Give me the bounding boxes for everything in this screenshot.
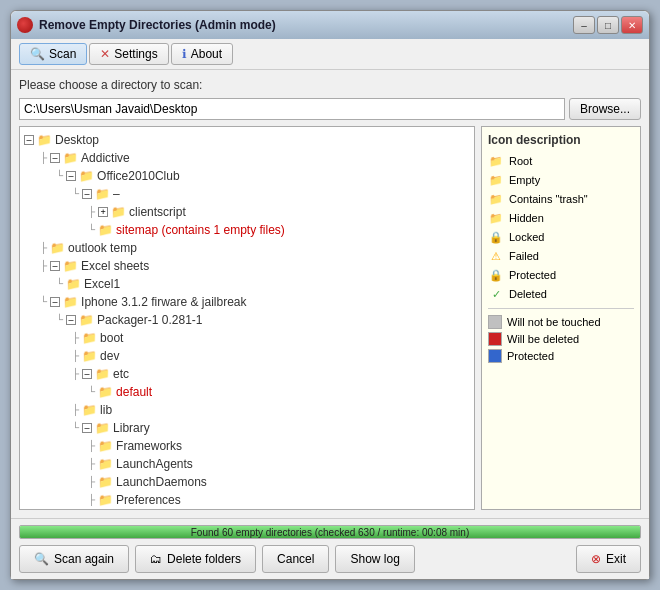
expand-icon[interactable]: – — [50, 153, 60, 163]
legend-row-untouched: Will not be touched — [488, 315, 634, 329]
folder-icon: 📁 — [95, 185, 110, 203]
node-label: clientscript — [129, 203, 186, 221]
legend-blue — [488, 349, 502, 363]
tree-node: ├ + 📁 clientscript — [88, 203, 470, 221]
tree-panel[interactable]: – 📁 Desktop ├ – 📁 Addictive — [19, 126, 475, 510]
tree-node: └ 📁 Ringtones — [88, 509, 470, 510]
node-label: default — [116, 383, 152, 401]
node-label: Excel sheets — [81, 257, 149, 275]
window-title: Remove Empty Directories (Admin mode) — [39, 18, 567, 32]
node-label: Addictive — [81, 149, 130, 167]
expand-icon[interactable]: – — [50, 261, 60, 271]
folder-icon: 📁 — [98, 437, 113, 455]
path-input[interactable] — [19, 98, 565, 120]
icon-row-empty: 📁 Empty — [488, 172, 634, 188]
legend-row-protected: Protected — [488, 349, 634, 363]
about-icon: ℹ — [182, 47, 187, 61]
protected-label: Protected — [509, 269, 556, 281]
node-label: LaunchDaemons — [116, 473, 207, 491]
about-tab[interactable]: ℹ About — [171, 43, 233, 65]
legend-protected-label: Protected — [507, 350, 554, 362]
icon-row-locked: 🔒 Locked — [488, 229, 634, 245]
expand-icon[interactable]: – — [24, 135, 34, 145]
folder-icon: 📁 — [98, 383, 113, 401]
toolbar: 🔍 Scan ✕ Settings ℹ About — [11, 39, 649, 70]
hidden-label: Hidden — [509, 212, 544, 224]
cancel-button[interactable]: Cancel — [262, 545, 329, 573]
legend-row-deleted: Will be deleted — [488, 332, 634, 346]
tree-node: ├ 📁 Frameworks — [88, 437, 470, 455]
titlebar-buttons: – □ ✕ — [573, 16, 643, 34]
trash-label: Contains "trash" — [509, 193, 588, 205]
main-area: – 📁 Desktop ├ – 📁 Addictive — [19, 126, 641, 510]
tree-node: ├ 📁 dev — [72, 347, 470, 365]
tree-node: ├ 📁 outlook temp — [40, 239, 470, 257]
icon-row-failed: ⚠ Failed — [488, 248, 634, 264]
expand-icon[interactable]: – — [66, 315, 76, 325]
locked-label: Locked — [509, 231, 544, 243]
tree-node: └ – 📁 – — [72, 185, 470, 239]
node-label: etc — [113, 365, 129, 383]
tree-node: └ – 📁 Library — [72, 419, 470, 510]
tree-node: ├ 📁 LaunchDaemons — [88, 473, 470, 491]
failed-label: Failed — [509, 250, 539, 262]
node-label: Frameworks — [116, 437, 182, 455]
scan-again-icon: 🔍 — [34, 552, 49, 566]
maximize-button[interactable]: □ — [597, 16, 619, 34]
expand-icon[interactable]: – — [50, 297, 60, 307]
node-label: Packager-1 0.281-1 — [97, 311, 202, 329]
directory-label: Please choose a directory to scan: — [19, 78, 641, 92]
scan-tab[interactable]: 🔍 Scan — [19, 43, 87, 65]
show-log-button[interactable]: Show log — [335, 545, 414, 573]
root-label: Root — [509, 155, 532, 167]
folder-icon: 📁 — [82, 347, 97, 365]
root-icon: 📁 — [488, 153, 504, 169]
action-row: 🔍 Scan again 🗂 Delete folders Cancel Sho… — [19, 545, 641, 573]
folder-icon: 📁 — [79, 167, 94, 185]
tree-node: ├ 📁 lib — [72, 401, 470, 419]
expand-icon[interactable]: – — [82, 423, 92, 433]
folder-icon: 📁 — [111, 203, 126, 221]
bottom-bar: Found 60 empty directories (checked 630 … — [11, 518, 649, 579]
folder-icon: 📁 — [98, 509, 113, 510]
browse-button[interactable]: Browse... — [569, 98, 641, 120]
exit-button[interactable]: ⊗ Exit — [576, 545, 641, 573]
content-area: Please choose a directory to scan: Brows… — [11, 70, 649, 518]
progress-area: Found 60 empty directories (checked 630 … — [19, 525, 641, 539]
folder-icon: 📁 — [98, 491, 113, 509]
close-button[interactable]: ✕ — [621, 16, 643, 34]
exit-icon: ⊗ — [591, 552, 601, 566]
scan-again-button[interactable]: 🔍 Scan again — [19, 545, 129, 573]
expand-icon[interactable]: – — [82, 369, 92, 379]
folder-icon: 📁 — [95, 365, 110, 383]
minimize-button[interactable]: – — [573, 16, 595, 34]
node-label: Iphone 3.1.2 firware & jailbreak — [81, 293, 246, 311]
progress-text: Found 60 empty directories (checked 630 … — [191, 527, 469, 538]
delete-folders-button[interactable]: 🗂 Delete folders — [135, 545, 256, 573]
node-label: dev — [100, 347, 119, 365]
icon-row-trash: 📁 Contains "trash" — [488, 191, 634, 207]
node-label: lib — [100, 401, 112, 419]
failed-icon: ⚠ — [488, 248, 504, 264]
icon-row-deleted: ✓ Deleted — [488, 286, 634, 302]
legend-deleted-label: Will be deleted — [507, 333, 579, 345]
empty-label: Empty — [509, 174, 540, 186]
node-label: Desktop — [55, 131, 99, 149]
node-label: outlook temp — [68, 239, 137, 257]
tree-node: └ – 📁 Packager-1 0.281-1 ├ — [56, 311, 470, 510]
expand-icon[interactable]: – — [82, 189, 92, 199]
icon-row-protected: 🔒 Protected — [488, 267, 634, 283]
tree-node: ├ 📁 boot — [72, 329, 470, 347]
hidden-icon: 📁 — [488, 210, 504, 226]
tree-node: – 📁 Desktop ├ – 📁 Addictive — [24, 131, 470, 510]
tree-node: └ – 📁 Iphone 3.1.2 firware & jailbreak └ — [40, 293, 470, 510]
titlebar: Remove Empty Directories (Admin mode) – … — [11, 11, 649, 39]
node-label: Excel1 — [84, 275, 120, 293]
settings-tab[interactable]: ✕ Settings — [89, 43, 168, 65]
node-label: Preferences — [116, 491, 181, 509]
delete-folders-icon: 🗂 — [150, 552, 162, 566]
expand-icon[interactable]: + — [98, 207, 108, 217]
trash-icon: 📁 — [488, 191, 504, 207]
expand-icon[interactable]: – — [66, 171, 76, 181]
folder-icon: 📁 — [82, 401, 97, 419]
